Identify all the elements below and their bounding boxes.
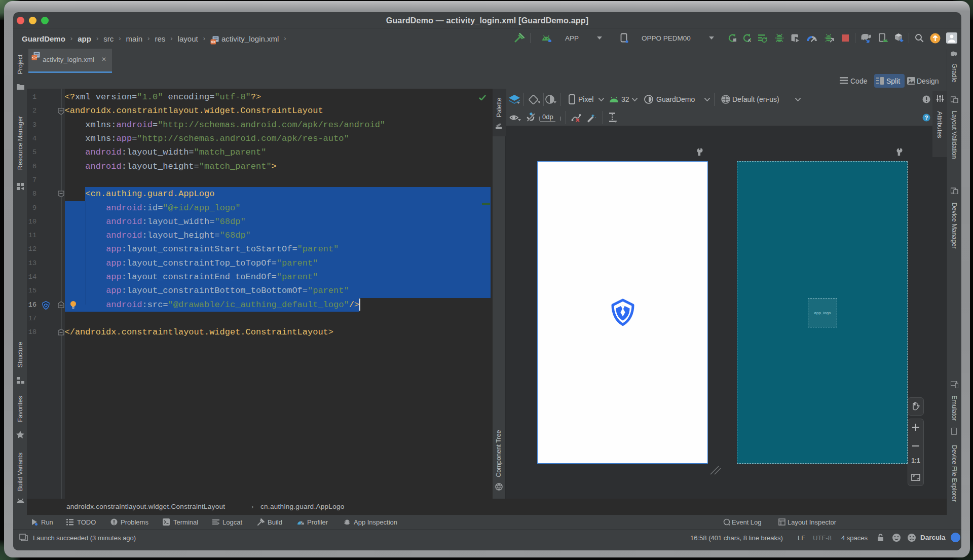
svg-text:A: A [747, 38, 751, 43]
svg-text:<>: <> [211, 40, 216, 44]
svg-text:?: ? [925, 115, 928, 121]
svg-text:<>: <> [32, 55, 37, 60]
